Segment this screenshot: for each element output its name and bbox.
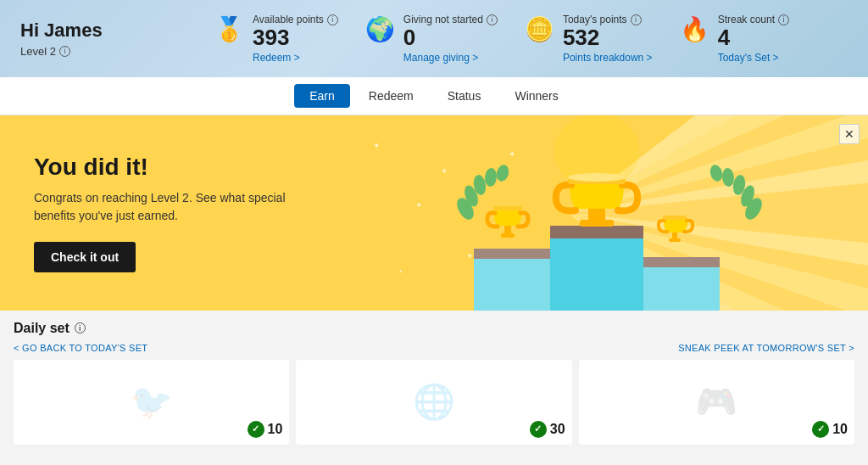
manage-giving-link[interactable]: Manage giving > — [403, 52, 498, 64]
card-1-check: ✓ — [248, 421, 264, 438]
svg-point-30 — [484, 167, 498, 187]
svg-point-36 — [709, 163, 725, 182]
banner-close-button[interactable]: ✕ — [839, 124, 860, 144]
available-points-info-icon[interactable]: i — [327, 14, 338, 25]
streak-info-icon[interactable]: i — [778, 14, 789, 25]
tab-winners[interactable]: Winners — [499, 84, 573, 108]
stat-giving: 🌍 Giving not started i 0 Manage giving > — [365, 14, 498, 64]
svg-rect-24 — [663, 216, 687, 220]
level-up-banner: ✦ ✦ ✦ ✦ ✦ ✦ You did it! Congrats on reac… — [0, 115, 868, 311]
todays-points-value: 532 — [563, 25, 653, 50]
daily-card-2[interactable]: 🌐 ✓ 30 — [296, 360, 571, 445]
stat-streak-label: Streak count i — [718, 14, 789, 25]
stat-available-points-label: Available points i — [253, 14, 338, 25]
streak-value: 4 — [718, 25, 789, 50]
check-it-out-button[interactable]: Check it out — [34, 242, 136, 272]
svg-rect-20 — [580, 220, 614, 227]
level-info-icon[interactable]: i — [59, 46, 70, 57]
daily-set-title: Daily set i — [14, 321, 86, 336]
tabs-bar: Earn Redeem Status Winners — [0, 77, 868, 115]
stat-available-points-content: Available points i 393 Redeem > — [253, 14, 338, 64]
daily-set-nav: < GO BACK TO TODAY'S SET SNEAK PEEK AT T… — [14, 343, 854, 353]
tab-redeem[interactable]: Redeem — [353, 84, 429, 108]
svg-point-18 — [568, 173, 626, 182]
tab-status[interactable]: Status — [432, 84, 497, 108]
svg-rect-12 — [643, 264, 720, 311]
card-3-points: ✓ 10 — [812, 421, 848, 438]
stat-available-points: 🥇 Available points i 393 Redeem > — [214, 14, 338, 64]
giving-value: 0 — [403, 25, 498, 50]
card-3-check: ✓ — [812, 421, 829, 438]
trophy-illustration — [410, 115, 817, 311]
svg-point-31 — [495, 163, 511, 182]
svg-rect-21 — [493, 206, 522, 210]
svg-rect-23 — [501, 233, 515, 238]
stat-todays-points-content: Today's points i 532 Points breakdown > — [563, 14, 653, 64]
svg-rect-25 — [672, 232, 677, 239]
globe-icon: 🌍 — [365, 15, 395, 43]
tab-earn[interactable]: Earn — [294, 84, 350, 108]
svg-rect-26 — [669, 238, 681, 242]
points-breakdown-link[interactable]: Points breakdown > — [563, 52, 653, 64]
stat-giving-label: Giving not started i — [403, 14, 498, 25]
redeem-link[interactable]: Redeem > — [253, 52, 338, 64]
level-info: Level 2 i — [20, 45, 122, 58]
svg-rect-13 — [550, 226, 643, 238]
svg-rect-14 — [474, 249, 550, 259]
level-label: Level 2 — [20, 45, 56, 58]
daily-card-1[interactable]: 🐦 ✓ 10 — [14, 360, 289, 445]
stat-streak: 🔥 Streak count i 4 Today's Set > — [680, 14, 789, 64]
giving-info-icon[interactable]: i — [487, 14, 498, 25]
svg-rect-15 — [643, 257, 720, 267]
daily-set-header: Daily set i — [14, 321, 854, 336]
banner-title: You did it! — [34, 154, 322, 181]
sparkle-1: ✦ — [373, 141, 380, 150]
stat-giving-content: Giving not started i 0 Manage giving > — [403, 14, 498, 64]
banner-description: Congrats on reaching Level 2. See what s… — [34, 189, 322, 225]
card-2-check: ✓ — [530, 421, 547, 438]
sparkle-6: ✦ — [398, 268, 403, 274]
card-1-points: ✓ 10 — [248, 421, 283, 438]
svg-rect-22 — [504, 226, 511, 234]
svg-rect-11 — [474, 255, 550, 311]
daily-card-3[interactable]: 🎮 ✓ 10 — [579, 360, 854, 445]
greeting-text: Hi James — [20, 20, 122, 42]
medal-icon: 🥇 — [214, 15, 244, 43]
fire-icon: 🔥 — [680, 15, 709, 43]
header: Hi James Level 2 i 🥇 Available points i … — [0, 0, 868, 77]
svg-point-35 — [721, 167, 735, 187]
cards-row: 🐦 ✓ 10 🌐 ✓ 30 🎮 ✓ 10 — [14, 360, 854, 445]
coins-icon: 🪙 — [525, 15, 554, 43]
sneak-peek-nav-link[interactable]: SNEAK PEEK AT TOMORROW'S SET > — [678, 343, 854, 353]
stat-todays-points-label: Today's points i — [563, 14, 653, 25]
stat-todays-points: 🪙 Today's points i 532 Points breakdown … — [525, 14, 653, 64]
daily-set-section: Daily set i < GO BACK TO TODAY'S SET SNE… — [0, 311, 868, 451]
stat-streak-content: Streak count i 4 Today's Set > — [718, 14, 789, 64]
banner-content: You did it! Congrats on reaching Level 2… — [0, 128, 356, 298]
available-points-value: 393 — [253, 25, 338, 50]
stats-row: 🥇 Available points i 393 Redeem > 🌍 Givi… — [156, 14, 848, 64]
greeting-section: Hi James Level 2 i — [20, 20, 122, 58]
svg-rect-19 — [588, 209, 605, 221]
svg-rect-10 — [550, 234, 643, 311]
go-back-nav-link[interactable]: < GO BACK TO TODAY'S SET — [14, 343, 147, 353]
daily-set-info-icon[interactable]: i — [75, 322, 86, 333]
todays-points-info-icon[interactable]: i — [631, 14, 642, 25]
card-2-points: ✓ 30 — [530, 421, 565, 438]
todays-set-link[interactable]: Today's Set > — [718, 52, 789, 64]
